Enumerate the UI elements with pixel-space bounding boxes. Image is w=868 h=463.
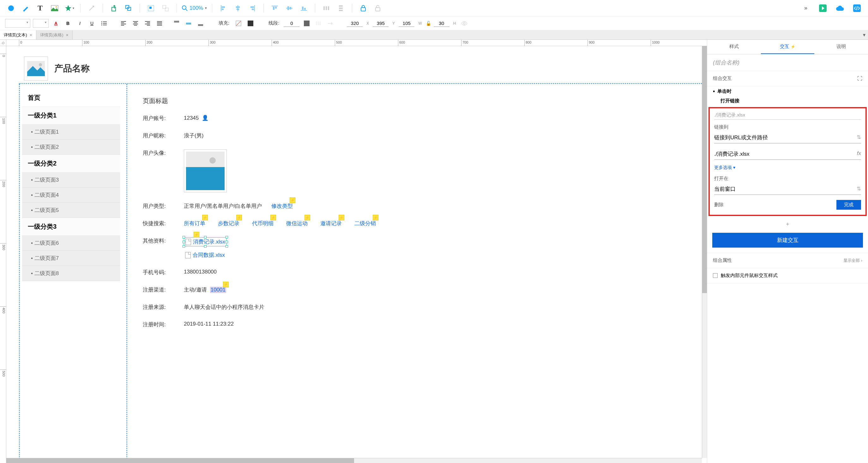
valign-bot-icon[interactable] <box>196 19 205 28</box>
align-top-icon[interactable] <box>269 2 281 14</box>
tab-detail-text[interactable]: 详情页(文本)× <box>0 30 36 39</box>
star-tool[interactable]: ▾ <box>63 2 75 14</box>
text-align-justify-icon[interactable] <box>155 19 164 28</box>
tab-detail-table[interactable]: 详情页(表格)× <box>36 30 73 39</box>
scrollbar-horizontal[interactable] <box>6 458 702 463</box>
align-center-h-icon[interactable] <box>232 2 244 14</box>
product-name[interactable]: 产品名称 <box>54 63 90 74</box>
sidebar-item[interactable]: • 二级页面8 <box>22 266 120 281</box>
w-input[interactable] <box>399 20 414 27</box>
lock-ratio-icon[interactable]: 🔓 <box>426 21 431 26</box>
close-icon[interactable]: × <box>30 33 32 38</box>
delete-button[interactable]: 删除 <box>714 202 724 208</box>
visibility-icon[interactable] <box>460 19 469 28</box>
align-right-icon[interactable] <box>246 2 258 14</box>
checkbox-icon[interactable] <box>713 273 718 278</box>
order-front-icon[interactable] <box>108 2 120 14</box>
account-value[interactable]: 12345 <box>184 115 199 121</box>
trigger-checkbox-row[interactable]: 触发内部元件鼠标交互样式 <box>707 268 868 283</box>
ruler-vertical[interactable]: 0 100 200 300 400 500 <box>0 46 6 463</box>
quick-link[interactable]: 二级分销⚡ <box>354 220 376 227</box>
done-button[interactable]: 完成 <box>836 200 861 210</box>
sidebar-item[interactable]: • 二级页面1 <box>22 124 120 140</box>
phone-value[interactable]: 13800138000 <box>184 269 217 275</box>
quick-link[interactable]: 代币明细⚡ <box>252 220 274 227</box>
open-in-select[interactable]: 当前窗口⇅ <box>714 184 861 195</box>
chevron-right-icon[interactable]: › <box>861 258 862 263</box>
y-input[interactable] <box>373 20 389 27</box>
description-input[interactable]: ./消费记录.xlsx <box>714 111 861 120</box>
scrollbar-vertical[interactable] <box>702 46 707 458</box>
close-icon[interactable]: × <box>66 33 68 38</box>
tab-notes[interactable]: 说明 <box>814 40 868 54</box>
text-tool[interactable]: T <box>34 2 46 14</box>
design-canvas[interactable]: 产品名称 首页 一级分类1 • 二级页面1 • 二级页面2 一级分类2 • 二级… <box>6 46 707 463</box>
new-interaction-button[interactable]: 新建交互 <box>712 233 863 248</box>
play-button[interactable] <box>817 2 829 14</box>
quick-link[interactable]: 邀请记录⚡ <box>320 220 342 227</box>
bold-icon[interactable]: B <box>63 19 73 28</box>
fill-none-icon[interactable] <box>234 19 243 28</box>
overflow-icon[interactable]: » <box>800 2 812 14</box>
sidebar-group-3[interactable]: 一级分类3 <box>22 218 120 236</box>
event-click[interactable]: 单击时 <box>707 86 868 97</box>
quick-link[interactable]: 所有订单⚡ <box>184 220 205 227</box>
valign-mid-icon[interactable] <box>184 19 193 28</box>
time-value[interactable]: 2019-01-11 11:23:22 <box>184 321 234 327</box>
sidebar-item[interactable]: • 二级页面3 <box>22 173 120 188</box>
align-left-icon[interactable] <box>217 2 229 14</box>
link-to-select[interactable]: 链接到URL或文件路径⇅ <box>714 132 861 144</box>
group-icon[interactable] <box>145 2 157 14</box>
h-input[interactable] <box>434 20 450 27</box>
underline-icon[interactable]: U <box>87 19 97 28</box>
logo-placeholder[interactable] <box>24 57 48 81</box>
expand-icon[interactable]: ⛶ <box>857 76 862 82</box>
url-input[interactable]: ./消费记录.xlsxfx <box>714 149 861 160</box>
add-action-button[interactable]: + <box>707 219 868 230</box>
text-align-left-icon[interactable] <box>119 19 128 28</box>
align-middle-icon[interactable] <box>283 2 295 14</box>
valign-top-icon[interactable] <box>172 19 181 28</box>
fx-icon[interactable]: fx <box>857 150 861 158</box>
zoom-control[interactable]: 100%▾ <box>182 5 207 11</box>
shape-tool[interactable] <box>5 2 17 14</box>
sidebar-group-2[interactable]: 一级分类2 <box>22 155 120 173</box>
image-tool[interactable] <box>49 2 61 14</box>
channel-id-link[interactable]: 10001⚡ <box>210 287 226 293</box>
page-title[interactable]: 页面标题 <box>143 97 694 105</box>
ruler-origin[interactable]: ◇ <box>0 40 6 46</box>
fill-color-icon[interactable] <box>246 19 255 28</box>
arrow-style-icon[interactable] <box>326 19 336 28</box>
sidebar-group-1[interactable]: 一级分类1 <box>22 107 120 124</box>
action-open-link[interactable]: 打开链接 <box>707 97 868 107</box>
source-value[interactable]: 单人聊天会话中的小程序消息卡片 <box>184 304 265 311</box>
selected-element[interactable]: ⚡ 消费记录.xlsx <box>184 237 227 246</box>
unlock-icon[interactable] <box>372 2 384 14</box>
more-options-toggle[interactable]: 更多选项 ▾ <box>714 165 861 171</box>
user-icon[interactable]: 👤 <box>202 115 209 121</box>
italic-icon[interactable]: I <box>75 19 85 28</box>
nick-value[interactable]: 浪子(男) <box>184 132 204 139</box>
avatar-placeholder[interactable] <box>184 149 227 192</box>
group-name-input[interactable]: (组合名称) <box>707 54 868 71</box>
code-icon[interactable] <box>851 2 863 14</box>
order-back-icon[interactable] <box>123 2 134 14</box>
font-color-icon[interactable]: A <box>51 19 61 28</box>
ungroup-icon[interactable] <box>159 2 172 14</box>
stroke-width-input[interactable] <box>284 20 300 27</box>
tab-style[interactable]: 样式 <box>707 40 761 54</box>
align-bottom-icon[interactable] <box>298 2 310 14</box>
sidebar-item[interactable]: • 二级页面7 <box>22 251 120 266</box>
cloud-icon[interactable] <box>834 2 846 14</box>
sidebar-item[interactable]: • 二级页面5 <box>22 203 120 218</box>
channel-value[interactable]: 主动/邀请 <box>184 286 207 294</box>
lock-icon[interactable] <box>357 2 369 14</box>
distribute-h-icon[interactable] <box>320 2 332 14</box>
text-align-center-icon[interactable] <box>131 19 140 28</box>
sidebar-home[interactable]: 首页 <box>22 89 120 107</box>
sidebar-item[interactable]: • 二级页面2 <box>22 140 120 155</box>
distribute-v-icon[interactable] <box>335 2 347 14</box>
file-link-2[interactable]: 合同数据.xlsx <box>193 251 225 259</box>
font-family-select[interactable] <box>5 19 30 28</box>
sidebar-item[interactable]: • 二级页面4 <box>22 188 120 203</box>
